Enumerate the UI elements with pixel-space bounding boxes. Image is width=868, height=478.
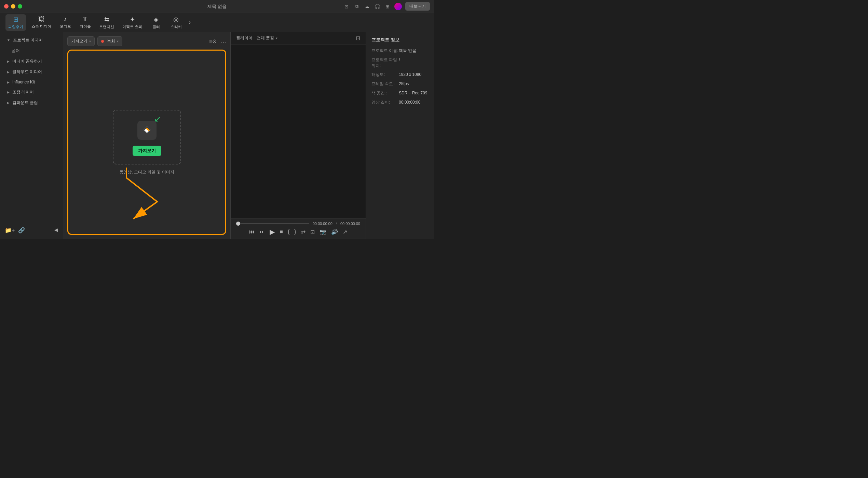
app-icon-bg [137, 121, 157, 140]
user-avatar[interactable] [394, 3, 402, 10]
maximize-button[interactable] [18, 4, 22, 9]
filter-icon[interactable]: ≡⊘ [209, 38, 217, 44]
toolbar-label-audio: 오디오 [60, 24, 71, 29]
import-dropdown-label: 가져오기 [71, 38, 87, 44]
preview-expand-icon[interactable]: ⊡ [356, 35, 360, 41]
info-value-name: 제목 없음 [399, 48, 416, 54]
loop-button[interactable]: ⇄ [301, 229, 306, 235]
window-title: 제목 없음 [207, 3, 227, 10]
import-button[interactable]: 가져오기 [133, 146, 161, 156]
sidebar-item-adjust-layer[interactable]: ▶ 조정 레이어 [2, 87, 61, 97]
download-arrow-icon: ↙ [154, 114, 161, 124]
transition-icon: ⇆ [104, 16, 109, 23]
info-row-path: 프로젝트 파일 위치: / [371, 57, 429, 69]
info-value-resolution: 1920 x 1080 [399, 72, 421, 78]
toolbar-item-audio[interactable]: ♪ 오디오 [57, 14, 74, 30]
mark-in-button[interactable]: { [288, 229, 289, 235]
toolbar-item-sticker[interactable]: ◎ 스티커 [167, 14, 185, 31]
player-label: 플레이어 [236, 35, 253, 41]
settings-button[interactable]: ↗ [343, 229, 347, 235]
arrow-icon: ▼ [7, 38, 10, 42]
record-dropdown[interactable]: 녹화 ▾ [97, 36, 122, 46]
slider-thumb[interactable] [236, 222, 240, 226]
skip-back-button[interactable]: ⏮ [249, 229, 255, 235]
record-dropdown-label: 녹화 [107, 38, 115, 44]
info-row-duration: 영상 길이: 00:00:00:00 [371, 99, 429, 105]
info-label-resolution: 해상도: [371, 72, 399, 78]
import-drop-zone[interactable]: ↙ 가져오기 [113, 110, 181, 164]
sidebar-item-project-media[interactable]: ▼ 프로젝트 미디어 [2, 35, 61, 45]
grid-icon[interactable]: ⊞ [384, 3, 391, 10]
media-panel: 가져오기 ▾ 녹화 ▾ ≡⊘ … [63, 32, 231, 239]
import-inner: ↙ 가져오기 동영상, 오디오 파일 및 이미지 [113, 110, 181, 175]
titles-icon: T [83, 16, 87, 23]
sidebar-item-media-share[interactable]: ▶ 미디어 공유하기 [2, 56, 61, 66]
sidebar-item-compound-clip[interactable]: ▶ 컴파운드 클립 [2, 98, 61, 108]
title-bar-right: ⊡ ⧉ ☁ 🎧 ⊞ 내보내기 [343, 2, 430, 11]
info-label-duration: 영상 길이: [371, 99, 399, 105]
sidebar-label-compound-clip: 컴파운드 클립 [12, 100, 38, 106]
mark-out-button[interactable]: } [294, 229, 296, 235]
toolbar-label-filter: 필터 [152, 24, 160, 29]
snapshot-button[interactable]: 📷 [320, 229, 326, 235]
headphone-icon[interactable]: 🎧 [374, 3, 381, 10]
sticker-icon: ◎ [173, 16, 179, 23]
sidebar-item-folder[interactable]: 폴더 [2, 46, 61, 56]
preview-canvas [231, 44, 366, 218]
file-add-icon: ⊞ [13, 16, 18, 23]
chevron-down-icon: ▾ [276, 36, 277, 40]
info-row-resolution: 해상도: 1920 x 1080 [371, 72, 429, 78]
toolbar-more-button[interactable]: › [187, 17, 192, 27]
toolbar-item-titles[interactable]: T 타이틀 [77, 14, 94, 30]
export-button[interactable]: 내보내기 [405, 2, 430, 11]
sidebar-item-influence-kit[interactable]: ▶ Influence Kit [2, 78, 61, 87]
arrow-icon: ▶ [7, 59, 10, 63]
cloud-icon[interactable]: ☁ [364, 3, 370, 10]
frame-back-button[interactable]: ⏭ [259, 229, 265, 235]
play-button[interactable]: ▶ [270, 228, 275, 236]
link-icon[interactable]: 🔗 [18, 227, 25, 234]
current-time: 00:00:00:00 [313, 222, 333, 226]
info-row-color: 색 공간 : SDR – Rec.709 [371, 90, 429, 96]
sidebar-item-cloud-media[interactable]: ▶ 클라우드 미디어 [2, 67, 61, 77]
quality-label: 전체 품질 [257, 35, 274, 41]
minimize-button[interactable] [11, 4, 15, 9]
toolbar-item-filter[interactable]: ◈ 필터 [148, 14, 165, 31]
sidebar-collapse-button[interactable]: ◀ [54, 227, 58, 234]
preview-section: 플레이어 전체 품질 ▾ ⊡ 00:00:00:00 [231, 32, 366, 239]
toolbar-item-transition[interactable]: ⇆ 트랜지션 [96, 14, 117, 31]
fullscreen-button[interactable]: ⊡ [310, 229, 315, 235]
info-label-name: 프로젝트 이름: [371, 48, 399, 54]
toolbar-label-titles: 타이틀 [80, 24, 91, 29]
top-toolbar: ⊞ 파일추가 🖼 스톡 미디어 ♪ 오디오 T 타이틀 ⇆ 트랜지션 ✦ 이펙트… [0, 13, 434, 32]
stop-button[interactable]: ■ [280, 229, 283, 235]
monitor-icon[interactable]: ⊡ [343, 3, 350, 10]
toolbar-item-stock-media[interactable]: 🖼 스톡 미디어 [29, 14, 54, 30]
toolbar-item-file-add[interactable]: ⊞ 파일추가 [5, 14, 26, 31]
arrow-icon: ▶ [7, 80, 10, 84]
chevron-down-icon: ▾ [117, 39, 119, 43]
slider-track[interactable] [236, 223, 309, 224]
info-label-fps: 프레임 속도 : [371, 81, 399, 87]
chevron-down-icon: ▾ [89, 39, 91, 43]
media-panel-header: 가져오기 ▾ 녹화 ▾ ≡⊘ … [67, 36, 226, 46]
toolbar-label-stock-media: 스톡 미디어 [31, 24, 51, 29]
more-icon[interactable]: … [221, 38, 226, 44]
sidebar-label-media-share: 미디어 공유하기 [12, 58, 42, 64]
info-row-fps: 프레임 속도 : 25fps [371, 81, 429, 87]
volume-button[interactable]: 🔊 [331, 229, 338, 235]
quality-selector[interactable]: 전체 품질 ▾ [257, 35, 277, 41]
import-dropdown[interactable]: 가져오기 ▾ [67, 36, 95, 46]
info-row-name: 프로젝트 이름: 제목 없음 [371, 48, 429, 54]
info-value-duration: 00:00:00:00 [399, 99, 420, 105]
toolbar-item-effects[interactable]: ✦ 이펙트 효과 [120, 14, 145, 31]
record-dot-icon [101, 40, 104, 43]
close-button[interactable] [4, 4, 9, 9]
arrow-icon: ▶ [7, 70, 10, 74]
playback-slider[interactable]: 00:00:00:00 / 00:00:00:00 [236, 222, 360, 226]
export-icon[interactable]: ⧉ [353, 3, 360, 10]
app-logo-icon [142, 125, 152, 135]
new-folder-icon[interactable]: 📁+ [5, 227, 15, 234]
traffic-lights [4, 4, 22, 9]
playback-controls: 00:00:00:00 / 00:00:00:00 ⏮ ⏭ ▶ ■ { } ⇄ … [231, 218, 366, 239]
